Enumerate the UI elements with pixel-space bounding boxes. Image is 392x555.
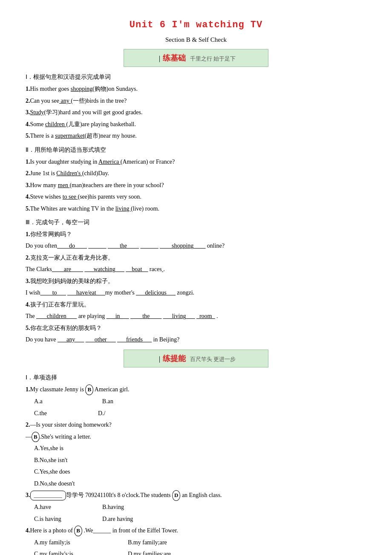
banner1: ｜练基础 千里之行 始于足下 bbox=[124, 49, 268, 67]
mcq-1-options2: C.theD./ bbox=[34, 408, 366, 419]
mcq-3-options2: C.is havingD.are having bbox=[34, 514, 366, 525]
mcq-4-options1: A.my family;isB.my family;are bbox=[34, 538, 366, 548]
mcq-2-opt-D: D.No,she doesn't bbox=[34, 479, 366, 489]
part-I-q2: 2.Can you see any (一些)birds in the tree? bbox=[26, 96, 366, 107]
part-III-q3-chinese: 3.我想吃到妈妈做的美味的粽子。 bbox=[26, 276, 366, 287]
mcq-1: 1.My classmate Jenny is B American girl. bbox=[26, 384, 366, 395]
part-III-q3-english: I wish____to___ ___have/eat___my mother'… bbox=[26, 288, 366, 298]
part-I-q3: 3.Study(学习)hard and you will get good gr… bbox=[26, 107, 366, 118]
part-II-q5: 5.The Whites are watching TV in the livi… bbox=[26, 204, 366, 214]
part-III-q4-english: The ___ children ___ are playing ___in__… bbox=[26, 311, 366, 322]
mcq-1-options: A.aB.an bbox=[34, 396, 366, 407]
mcq-4-options2: C.my family's;isD.my families;are bbox=[34, 549, 366, 555]
mcq-2-opt-C: C.Yes,she does bbox=[34, 467, 366, 477]
part-III-q2-english: The Clarks____are____ ___watching___ __b… bbox=[26, 264, 366, 275]
part-II-header: Ⅱ．用所给单词的适当形式填空 bbox=[26, 145, 366, 155]
part-I-q1: 1.His mother goes shopping(购物)on Sundays… bbox=[26, 84, 366, 95]
mcq-3: 3.___________导学号 70924110It's 8 o'clock.… bbox=[26, 490, 366, 501]
part-III-header: Ⅲ．完成句子，每空一词 bbox=[26, 217, 366, 228]
part-I-q5: 5.There is a supermarket(超市)near my hous… bbox=[26, 131, 366, 142]
mcq-2-opt-A: A.Yes,she is bbox=[34, 443, 366, 454]
mcq-2-answer: —B.She's writing a letter. bbox=[26, 432, 366, 442]
part-I-header: Ⅰ．根据句意和汉语提示完成单词 bbox=[26, 72, 366, 82]
banner2: ｜练提能 百尺竿头 更进一步 bbox=[124, 350, 268, 368]
part-III-q5-chinese: 5.你在北京还有别的朋友吗？ bbox=[26, 323, 366, 334]
mcq-2: 2.—Is your sister doing homework? bbox=[26, 420, 366, 431]
part-III-q2-chinese: 2.克拉克一家人正在看龙舟比赛。 bbox=[26, 253, 366, 263]
part-III-q4-chinese: 4.孩子们正在客厅里玩。 bbox=[26, 300, 366, 310]
page-title: Unit 6 I'm watching TV bbox=[26, 17, 366, 33]
part-III-q1-chinese: 1.你经常网购吗？ bbox=[26, 229, 366, 240]
mcq-2-opt-B: B.No,she isn't bbox=[34, 455, 366, 466]
mcq-4: 4.Here is a photo of B .We______ in fron… bbox=[26, 526, 366, 536]
section-subtitle: Section B & Self Check bbox=[26, 35, 366, 46]
part-II-q4: 4.Steve wishes to see (see)his parents v… bbox=[26, 192, 366, 202]
part-II-q3: 3.How many men (man)teachers are there i… bbox=[26, 180, 366, 191]
part-I-q4: 4.Some children (儿童)are playing basketba… bbox=[26, 119, 366, 130]
section2-I-header: Ⅰ．单项选择 bbox=[26, 373, 366, 383]
part-III-q5-english: Do you have ___any___ ___other___ ___fri… bbox=[26, 335, 366, 345]
mcq-3-options1: A.haveB.having bbox=[34, 502, 366, 513]
part-III-q1-english: Do you often____do____ ______ ____the___… bbox=[26, 241, 366, 251]
part-II-q2: 2.June 1st is Children's (child)Day. bbox=[26, 168, 366, 179]
part-II-q1: 1.Is your daughter studying in America (… bbox=[26, 157, 366, 168]
